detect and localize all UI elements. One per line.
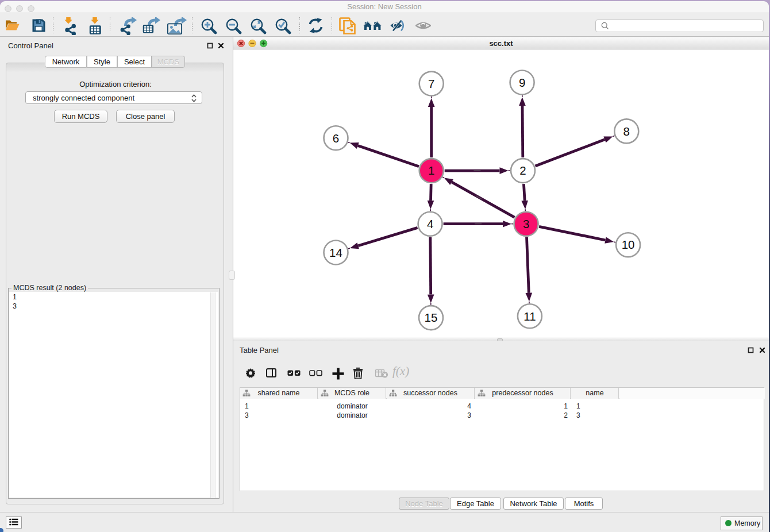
svg-text:6: 6: [333, 132, 339, 145]
svg-text:9: 9: [519, 76, 525, 89]
svg-text:14: 14: [329, 246, 342, 259]
svg-text:3: 3: [523, 217, 529, 230]
svg-text:8: 8: [623, 125, 630, 138]
svg-text:7: 7: [428, 77, 434, 90]
svg-text:15: 15: [425, 311, 438, 324]
svg-text:10: 10: [622, 238, 635, 251]
svg-text:1: 1: [428, 164, 434, 177]
svg-text:4: 4: [427, 217, 433, 230]
svg-text:2: 2: [519, 164, 526, 177]
svg-text:11: 11: [523, 310, 536, 323]
